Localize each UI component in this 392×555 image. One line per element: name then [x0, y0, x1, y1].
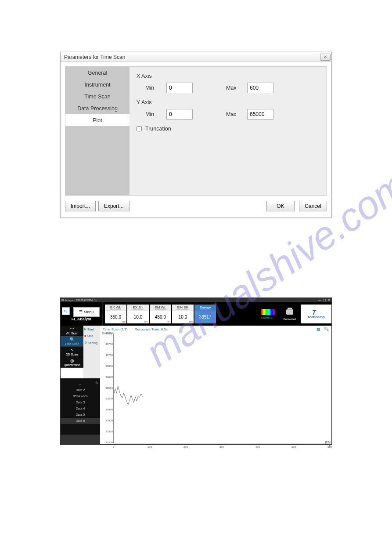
ok-button[interactable]: OK	[266, 201, 295, 211]
setting-button[interactable]: ⚙Setting	[84, 341, 99, 345]
x-tick: 600	[327, 446, 332, 448]
menu-icon: ☰	[79, 310, 83, 314]
menu-button[interactable]: ☰ Menu	[73, 307, 100, 317]
cursor-icon: ↖	[70, 348, 74, 352]
stop-button[interactable]: ■Stop	[84, 334, 99, 337]
x-max-label: Max	[226, 85, 239, 91]
chart-plot[interactable]: Energy |EM s 333003335033400334503350033…	[113, 334, 330, 443]
usb-icon	[285, 308, 294, 316]
x-min-label: Min	[145, 85, 158, 91]
chart-title: Time Scan (1/1)	[103, 327, 128, 331]
y-tick: 33600	[102, 376, 113, 378]
x-tick: 500	[291, 446, 296, 448]
edit-icon[interactable]: ✎	[95, 381, 98, 385]
x-max-input[interactable]	[247, 83, 273, 93]
scanning-status: Scanning...	[258, 305, 278, 323]
wave-icon: 〰	[70, 326, 74, 331]
y-tick: 33650	[102, 365, 113, 367]
y-max-label: Max	[226, 111, 239, 117]
plot-panel: X Axis Min Max Y Axis Min Max	[129, 67, 327, 195]
y-max-input[interactable]	[247, 109, 273, 120]
chevron-down-icon[interactable]	[61, 435, 100, 444]
fl-analyst-window: FL Analyst - F1970 (COM4: 1) — ▢ ✕ FL ☰ …	[60, 297, 332, 445]
param-em-slit[interactable]: EM Slit10.0nm	[172, 305, 194, 323]
tab-general[interactable]: General	[65, 67, 129, 79]
parameters-dialog: Parameters for Time Scan ✕ General Instr…	[60, 52, 332, 218]
dialog-title: Parameters for Time Scan	[64, 54, 125, 60]
y-tick: 33450	[102, 408, 113, 411]
y-tick: 33400	[102, 419, 113, 422]
x-min-input[interactable]	[166, 83, 193, 93]
brand-logo: T Techcomp	[301, 305, 331, 323]
y-tick: 33550	[102, 387, 113, 389]
app-name: FL Analyst	[72, 317, 92, 321]
tab-plot[interactable]: Plot	[65, 114, 129, 126]
close-icon[interactable]: ✕	[320, 54, 331, 61]
truncation-checkbox[interactable]	[137, 126, 142, 131]
param-ex-wl[interactable]: EX WL350.0nm	[105, 305, 126, 323]
y-tick: 33350	[102, 430, 113, 433]
y-tick: 33300	[102, 441, 113, 444]
param-energy[interactable]: Energy33517	[194, 305, 216, 323]
dialog-titlebar[interactable]: Parameters for Time Scan ✕	[61, 52, 331, 62]
list-item[interactable]: Data 2	[61, 387, 100, 393]
list-item[interactable]: Data 3	[61, 399, 100, 406]
stop-icon: ■	[84, 334, 86, 337]
maximize-icon[interactable]: ▢	[323, 298, 326, 302]
y-tick: 33750	[102, 343, 113, 345]
y-min-label: Min	[145, 111, 158, 117]
cancel-button[interactable]: Cancel	[299, 201, 327, 211]
x-tick: 400	[255, 446, 260, 448]
dialog-tab-list: General Instrument Time Scan Data Proces…	[65, 67, 129, 195]
list-item[interactable]: Data 4	[61, 406, 100, 412]
x-tick: 300	[219, 446, 224, 448]
close-icon[interactable]: ✕	[328, 298, 331, 302]
y-tick: 33500	[102, 397, 113, 400]
param-ex-slit[interactable]: EX Slit10.0nm	[127, 305, 149, 323]
x-tick: 100	[147, 446, 152, 448]
sidebar-3d-scan[interactable]: ↖3D Scan	[61, 347, 83, 357]
x-tick: 200	[183, 446, 188, 448]
param-em-wl[interactable]: EM WL450.0nm	[150, 305, 171, 323]
import-button[interactable]: Import...	[65, 201, 96, 211]
x-axis-label: X Axis	[137, 73, 320, 79]
list-item[interactable]: Data 6	[61, 418, 100, 424]
y-tick: 33700	[102, 354, 113, 356]
app-title: FL Analyst - F1970 (COM4: 1)	[61, 299, 97, 301]
sidebar-time-scan[interactable]: 🔍Time Scan	[61, 336, 83, 347]
x-tick: 0	[113, 446, 114, 448]
play-icon: ▶	[84, 327, 86, 331]
grid-icon[interactable]: ▦	[316, 327, 320, 331]
app-titlebar[interactable]: FL Analyst - F1970 (COM4: 1) — ▢ ✕	[61, 298, 331, 302]
data-list: ︿✎ Data 20524 wscnData 3Data 4Data 5Data…	[61, 378, 100, 435]
logo-icon: FL	[62, 307, 70, 315]
zoom-icon[interactable]: 🔍	[324, 327, 329, 331]
gear-icon: ⚙	[84, 341, 87, 345]
tab-instrument[interactable]: Instrument	[65, 79, 129, 91]
y-tick: 33800	[102, 332, 113, 334]
response-time: Response Time: 0.5s	[135, 327, 168, 331]
list-item[interactable]: 0524 wscn	[61, 393, 100, 399]
y-min-input[interactable]	[166, 109, 193, 120]
connected-status: Connected	[280, 305, 300, 323]
y-axis-label: Y Axis	[137, 99, 320, 105]
magnifier-icon: 🔍	[69, 337, 75, 342]
target-icon: ◎	[70, 358, 74, 363]
tab-data-processing[interactable]: Data Processing	[65, 102, 129, 114]
truncation-label: Truncation	[145, 126, 171, 132]
chevron-up-icon[interactable]: ︿✎	[61, 381, 100, 387]
sidebar-wl-scan[interactable]: 〰WL Scan	[61, 326, 83, 336]
toolbar: FL ☰ Menu FL Analyst EX WL350.0nmEX Slit…	[61, 302, 331, 326]
spectrum-icon	[261, 309, 274, 315]
sidebar-quantitation[interactable]: ◎Quantitation	[61, 357, 83, 368]
export-button[interactable]: Export...	[98, 201, 129, 211]
tab-time-scan[interactable]: Time Scan	[65, 91, 129, 102]
minimize-icon[interactable]: —	[318, 298, 321, 302]
start-button[interactable]: ▶Start	[84, 327, 99, 331]
list-item[interactable]: Data 5	[61, 412, 100, 418]
